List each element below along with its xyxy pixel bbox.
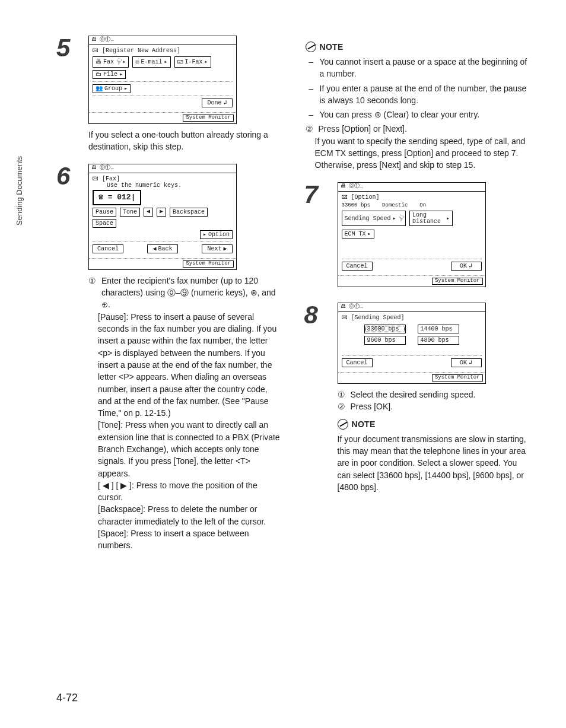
screen-fax-dial: 🖷 ⓪①… 🖂 [Fax] Use the numeric keys. ☎ = … [88, 164, 237, 270]
btn-group[interactable]: 👥 Group ▸ [93, 84, 131, 93]
step6-pause-text: [Pause]: Press to insert a pause of seve… [98, 311, 282, 419]
btn-ok[interactable]: OK ↲ [451, 262, 482, 271]
note-label: NOTE [320, 42, 344, 52]
step-number-7: 7 [304, 182, 326, 207]
screen-option: 🖷 ⓪①… 🖂 [Option] 33600 bps Domestic On S… [338, 182, 486, 288]
btn-back[interactable]: ◀ Back [147, 244, 178, 253]
speed-14400[interactable]: 14400 bps [418, 325, 459, 333]
speed-33600[interactable]: 33600 bps [364, 325, 406, 333]
step6-tone-text: [Tone]: Press when you want to directly … [98, 419, 282, 479]
speed-4800[interactable]: 4800 bps [418, 336, 459, 345]
btn-cursor-right[interactable]: ▶ [157, 208, 166, 217]
note1-item3: You can press ⊚ (Clear) to clear your en… [320, 109, 480, 120]
btn-next[interactable]: Next ▶ [202, 244, 233, 253]
right-bullet2: ② Press [Option] or [Next]. If you want … [306, 123, 531, 171]
btn-cursor-left[interactable]: ◀ [144, 208, 153, 217]
note-icon [306, 42, 316, 52]
opt-speed-val: 33600 bps [342, 203, 371, 209]
opt-type-val: Domestic [382, 203, 408, 209]
screen-register-new-address: 🖷 ⓪①… 🖂 [Register New Address] 🖷 Fax ☟ ▸… [88, 36, 237, 124]
step-number-8: 8 [304, 303, 326, 328]
step8-bullet2-text: Press [OK]. [351, 400, 393, 412]
system-monitor-button[interactable]: System Monitor [432, 374, 483, 382]
step6-backspace-text: [Backspace]: Press to delete the number … [98, 503, 282, 527]
screen7-title: [Option] [351, 194, 380, 201]
btn-cancel[interactable]: Cancel [93, 244, 123, 253]
note-header-2: NOTE [338, 419, 531, 430]
screen8-title: [Sending Speed] [351, 314, 405, 321]
btn-ecm-tx[interactable]: ECM TX ▸ [342, 230, 374, 239]
screen-sending-speed: 🖷 ⓪①… 🖂 [Sending Speed] 33600 bps 14400 … [338, 303, 486, 384]
btn-pause[interactable]: Pause [93, 208, 116, 217]
step-number-6: 6 [56, 164, 78, 189]
page-number: 4-72 [56, 692, 78, 704]
step-5: 5 🖷 ⓪①… 🖂 [Register New Address] 🖷 Fax ☟… [56, 36, 282, 153]
opt-ecm-val: On [419, 203, 426, 209]
dial-display: ☎ = 012| [93, 190, 141, 205]
screen-title: [Register New Address] [102, 47, 180, 54]
btn-sending-speed[interactable]: Sending Speed ▸☟ [342, 211, 406, 226]
side-chapter-tab: Sending Documents [15, 156, 24, 225]
bullet2-text-b: If you want to specify the sending speed… [315, 135, 531, 171]
btn-fax[interactable]: 🖷 Fax ☟ ▸ [93, 56, 129, 68]
step-7: 7 🖷 ⓪①… 🖂 [Option] 33600 bps Domestic On [306, 182, 531, 293]
step8-bullet1-num: ① [338, 389, 348, 400]
btn-option[interactable]: ▸ Option [200, 230, 233, 239]
note1-item1: You cannot insert a pause or a space at … [320, 56, 531, 80]
system-monitor-button[interactable]: System Monitor [432, 278, 483, 285]
btn-cancel[interactable]: Cancel [342, 358, 373, 367]
btn-email[interactable]: ✉ E-mail ▸ [132, 56, 170, 68]
btn-long-distance[interactable]: Long Distance ▸ [409, 211, 453, 226]
btn-done[interactable]: Done ↲ [202, 98, 233, 107]
note-header-1: NOTE [306, 42, 531, 52]
step8-body: ① Select the desired sending speed. ② Pr… [338, 389, 531, 413]
step6-arrows-text: [ ◀ ] [ ▶ ]: Press to move the position … [98, 479, 282, 504]
bullet2-text-a: Press [Option] or [Next]. [319, 123, 407, 135]
note1-item2: If you enter a pause at the end of the n… [320, 82, 531, 107]
step5-caption: If you select a one-touch button already… [88, 129, 282, 153]
note2-text: If your document transmissions are slow … [338, 433, 531, 493]
system-monitor-button[interactable]: System Monitor [183, 260, 234, 268]
step-6: 6 🖷 ⓪①… 🖂 [Fax] Use the numeric keys. ☎ … [56, 164, 282, 552]
screen6-sub: Use the numeric keys. [107, 182, 182, 189]
step6-body: ① Enter the recipient's fax number (up t… [88, 275, 282, 552]
speed-9600[interactable]: 9600 bps [364, 336, 406, 345]
system-monitor-button[interactable]: System Monitor [183, 115, 234, 122]
btn-ok[interactable]: OK ↲ [451, 358, 482, 367]
btn-backspace[interactable]: Backspace [170, 208, 208, 217]
step6-bullet1-text: Enter the recipient's fax number (up to … [101, 275, 282, 311]
note-label: NOTE [352, 419, 376, 429]
btn-cancel[interactable]: Cancel [342, 262, 373, 271]
step8-bullet2-num: ② [338, 400, 348, 412]
bullet2-num: ② [306, 123, 316, 135]
step-8: 8 🖷 ⓪①… 🖂 [Sending Speed] 33600 bps 1440… [306, 303, 531, 493]
step8-bullet1-text: Select the desired sending speed. [351, 389, 476, 400]
btn-ifax[interactable]: 🖃 I-Fax ▸ [174, 56, 211, 68]
step6-bullet1-num: ① [88, 275, 99, 311]
btn-space[interactable]: Space [93, 219, 116, 228]
note-icon [338, 419, 348, 430]
step6-space-text: [Space]: Press to insert a space between… [98, 527, 282, 552]
btn-file[interactable]: 🗀 File ▸ [93, 70, 126, 79]
step-number-5: 5 [56, 36, 78, 61]
btn-tone[interactable]: Tone [120, 208, 140, 217]
pointer-icon: ☟ [114, 57, 123, 68]
screen6-title: [Fax] [102, 176, 120, 182]
note1-list: –You cannot insert a pause or a space at… [309, 56, 531, 120]
